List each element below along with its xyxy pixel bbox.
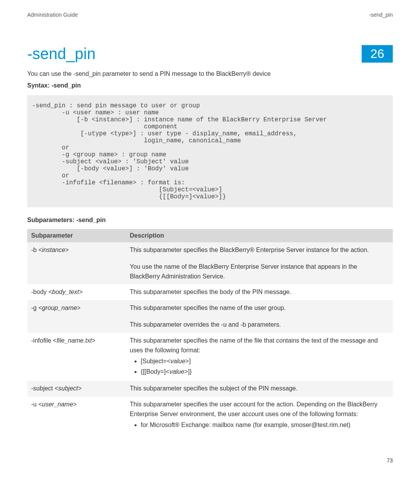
intro-text: You can use the -send_pin parameter to s…	[27, 70, 393, 77]
table-header-description: Description	[126, 229, 393, 242]
table-cell-description: This subparameter specifies the body of …	[126, 284, 393, 300]
table-row: -infofile <file_name.txt>This subparamet…	[27, 333, 393, 381]
chapter-badge: 26	[362, 45, 393, 63]
syntax-code-block: -send_pin : send pin message to user or …	[27, 95, 393, 207]
table-cell-description: This subparameter specifies the subject …	[126, 381, 393, 397]
table-cell-description: This subparameter specifies the user acc…	[126, 397, 393, 434]
table-cell-param: -infofile <file_name.txt>	[27, 333, 126, 381]
syntax-label: Syntax: -send_pin	[27, 82, 393, 89]
table-cell-description: This subparameter specifies the BlackBer…	[126, 242, 393, 284]
table-cell-param: -body <body_text>	[27, 284, 126, 300]
table-row: -b <instance>This subparameter specifies…	[27, 242, 393, 284]
header-right: -send_pin	[369, 12, 393, 18]
table-cell-description: This subparameter specifies the name of …	[126, 333, 393, 381]
table-cell-param: -b <instance>	[27, 242, 126, 284]
table-cell-param: -subject <subject>	[27, 381, 126, 397]
table-row: -g <group_name>This subparameter specifi…	[27, 300, 393, 333]
table-row: -u <user_name>This subparameter specifie…	[27, 397, 393, 434]
subparameters-table: Subparameter Description -b <instance>Th…	[27, 229, 393, 434]
page-number: 73	[27, 457, 393, 464]
table-row: -subject <subject>This subparameter spec…	[27, 381, 393, 397]
table-cell-param: -u <user_name>	[27, 397, 126, 434]
table-cell-param: -g <group_name>	[27, 300, 126, 333]
header-left: Administration Guide	[27, 12, 78, 18]
table-header-subparameter: Subparameter	[27, 229, 126, 242]
table-cell-description: This subparameter specifies the name of …	[126, 300, 393, 333]
page-title: -send_pin	[27, 45, 96, 63]
table-row: -body <body_text>This subparameter speci…	[27, 284, 393, 300]
subparameters-label: Subparameters: -send_pin	[27, 217, 393, 224]
